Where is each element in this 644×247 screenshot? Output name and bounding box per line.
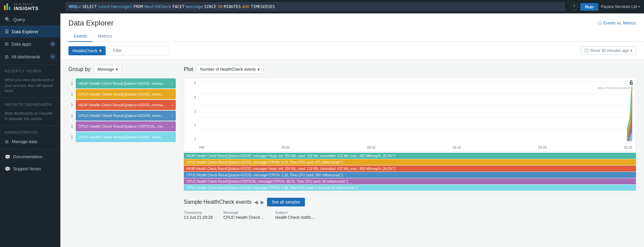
sample-fields: Timestamp 13 Jun 21:29:29 Message CPUC:H… (184, 210, 636, 220)
events-vs-metrics-link[interactable]: ⓘ Events vs. Metrics (598, 20, 636, 26)
result-item: 1 HEAP:Health Check Result:[[status=GOOD… (68, 100, 176, 110)
timeline-event[interactable]: HEAP:Health Check Result:[[status=GOOD, … (184, 166, 636, 172)
content-area: Data Explorer ⓘ Events vs. Metrics Event… (60, 13, 644, 247)
result-arrow-icon: › (172, 113, 173, 118)
prev-sample-button[interactable]: ◀ (254, 199, 258, 205)
sample-section: Sample HealthCheck events ◀ ▶ See all sa… (184, 193, 636, 220)
time-chevron-icon: ▾ (630, 48, 632, 53)
result-num: 1 (68, 124, 73, 129)
chart-container: 6 HEALTHCHECK EVENTS 54321 (184, 78, 636, 151)
result-bar[interactable]: CPUC:Health Check Result:[[status=GOOD, … (76, 89, 176, 99)
manage-data-icon: ⚙ (5, 139, 9, 144)
timeline-event[interactable]: CPUC:Health Check Result:[[status=GOOD, … (184, 159, 636, 165)
group-by-label: Group by (68, 66, 91, 72)
result-bar[interactable]: HEAP:Health Check Result:[[status=GOOD, … (76, 100, 176, 110)
timeline-event[interactable]: CPUC:Health Check Result:[[status=CRITIC… (184, 178, 636, 184)
sample-header: Sample HealthCheck events ◀ ▶ See all sa… (184, 198, 636, 206)
result-item: 1 CPUC:Health Check Result:[[status=GOOD… (68, 111, 176, 121)
plot-metric-dropdown[interactable]: Number of HealthCheck events ▾ (197, 65, 264, 74)
filter-bar: HealthCheck ▾ 🕐 Since 30 minutes ago ▾ (60, 42, 644, 60)
group-by-value: Message (98, 67, 114, 72)
chart-lines (199, 81, 632, 141)
nrql-table: HealthCheck (145, 4, 171, 9)
result-bar[interactable]: HEAP:Health Check Result:[[status=GOOD, … (76, 78, 176, 88)
sample-title: Sample HealthCheck events (184, 199, 252, 205)
timeline-event[interactable]: CPUC:Health Check Result:[[status=GOOD, … (184, 172, 636, 178)
admin-section: ADMINISTRATION (0, 127, 60, 136)
sample-field-value: 13 Jun 21:29:29 (184, 215, 213, 220)
page-title: Data Explorer (68, 19, 114, 27)
result-num: 1 (68, 92, 73, 97)
favorite-dashboards-text: Mark dashboards as Favorite to populate … (0, 108, 60, 124)
account-name: Payara Services Ltd (601, 4, 637, 9)
data-explorer-icon: ☰ (5, 29, 9, 34)
result-item: 1 CPUC:Health Check Result:[[status=GOOD… (68, 132, 176, 142)
healthcheck-button[interactable]: HealthCheck ▾ (68, 46, 106, 55)
sample-field-label: Message (223, 210, 265, 214)
sample-field-label: Subject (275, 210, 315, 214)
timeline-event[interactable]: CPUC:Health Check Result:[[status=GOOD, … (184, 185, 636, 191)
nrql-minutes: MINUTES (224, 4, 241, 9)
nrql-ago: AGO (242, 4, 250, 9)
timeline-area: HEAP:Health Check Result:[[status=GOOD, … (184, 153, 636, 191)
sidebar-item-all-dashboards[interactable]: ⊞ All dashboards + (0, 50, 60, 63)
sidebar-divider-4 (0, 149, 60, 149)
tab-metrics[interactable]: Metrics (93, 31, 117, 42)
nrql-bar[interactable]: NRQL> SELECT count(message) FROM HealthC… (65, 2, 565, 11)
nrql-facet: FACET (172, 4, 184, 9)
time-selector[interactable]: 🕐 Since 30 minutes ago ▾ (580, 46, 636, 55)
sidebar-item-manage-data[interactable]: ⚙ Manage data (0, 136, 60, 148)
result-bar-text: CPUC:Health Check Result:[[status=GOOD, … (78, 135, 172, 139)
result-num: 1 (68, 81, 73, 86)
plot-label: Plot (184, 66, 193, 72)
timeline-event[interactable]: HEAP:Health Check Result:[[status=GOOD, … (184, 153, 636, 159)
sample-field-value: CPUC:Health Check ... (223, 215, 265, 220)
sidebar-label-manage-data: Manage data (12, 139, 37, 144)
result-bar[interactable]: CPUC:Health Check Result:[[status=CRITIC… (76, 121, 176, 131)
query-icon: 🔍 (5, 17, 10, 22)
nrql-facet-field: message (186, 4, 203, 9)
add-data-apps-button[interactable]: + (50, 41, 56, 47)
healthcheck-label: HealthCheck (72, 48, 97, 53)
result-bar[interactable]: CPUC:Health Check Result:[[status=GOOD, … (76, 111, 176, 121)
see-all-samples-button[interactable]: See all samples (267, 198, 305, 206)
tab-events[interactable]: Events (68, 31, 93, 42)
sidebar-item-data-explorer[interactable]: ☰ Data Explorer (0, 25, 60, 38)
account-selector[interactable]: Payara Services Ltd ▾ (601, 4, 640, 9)
page-header: Data Explorer ⓘ Events vs. Metrics Event… (60, 13, 644, 42)
result-num: 1 (68, 103, 73, 107)
nrql-timeseries: TIMESERIES (251, 4, 275, 9)
chart-area (199, 81, 632, 141)
sidebar-item-support-forum[interactable]: 💬 Support forum (0, 163, 60, 175)
help-button[interactable]: ? (570, 3, 578, 10)
x-tick: 09:20 (538, 146, 547, 149)
nrql-since-val: 30 (218, 4, 222, 9)
y-tick: 5 (194, 81, 196, 85)
result-bar-text: HEAP:Health Check Result:[[status=GOOD, … (78, 81, 172, 85)
result-item: 1 CPUC:Health Check Result:[[status=CRIT… (68, 121, 176, 131)
recently-viewed-section: RECENTLY VIEWED (0, 66, 60, 74)
sample-field-value: Health Check notific... (275, 215, 315, 220)
plot-metric-chevron-icon: ▾ (258, 67, 260, 72)
healthcheck-chevron-icon: ▾ (99, 48, 102, 53)
group-by-dropdown[interactable]: Message ▾ (94, 65, 121, 74)
sidebar: 🔍 Query ☰ Data Explorer ⊞ Data apps + ⊞ … (0, 13, 60, 247)
left-panel: Group by Message ▾ 1 HEAP:Health Check R… (68, 65, 176, 242)
grid-line-4 (199, 94, 632, 94)
clock-icon: 🕐 (584, 48, 589, 53)
events-vs-metrics-label: Events vs. Metrics (603, 21, 636, 25)
y-tick: 2 (194, 123, 196, 127)
next-sample-button[interactable]: ▶ (261, 199, 264, 205)
result-arrow-icon: › (172, 135, 173, 139)
sidebar-item-data-apps[interactable]: ⊞ Data apps + (0, 38, 60, 50)
sidebar-item-documentation[interactable]: 💬 Documentation (0, 151, 60, 163)
filter-input[interactable] (109, 46, 169, 55)
add-dashboard-button[interactable]: + (50, 54, 56, 60)
result-bar[interactable]: CPUC:Health Check Result:[[status=GOOD, … (76, 132, 176, 142)
run-button[interactable]: Run (580, 3, 598, 11)
sidebar-item-query[interactable]: 🔍 Query (0, 13, 60, 25)
group-by-row: Group by Message ▾ (68, 65, 176, 74)
sample-field: Message CPUC:Health Check ... (223, 210, 265, 220)
sidebar-divider-3 (0, 126, 60, 126)
chevron-down-icon: ▾ (638, 5, 640, 8)
